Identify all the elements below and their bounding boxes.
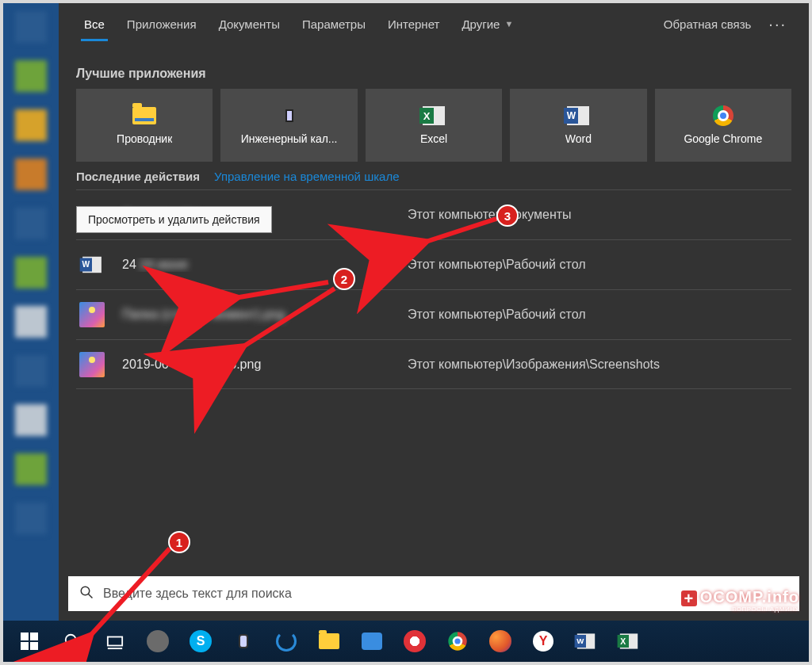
taskbar-word[interactable] <box>566 623 606 659</box>
timeline-manage-link[interactable]: Управление на временной шкале <box>214 170 399 183</box>
taskbar-app[interactable] <box>138 623 178 659</box>
task-view-icon <box>106 633 124 650</box>
svg-point-2 <box>66 635 76 645</box>
recent-item[interactable]: Папка (старый момент).png Этот компьютер… <box>76 289 791 339</box>
search-icon <box>63 633 81 650</box>
recent-item-path: Этот компьютер\Рабочий стол <box>408 308 791 322</box>
word-icon <box>76 255 108 274</box>
opera-icon <box>404 630 426 652</box>
recent-item[interactable]: 2019-06-29_125935.png Этот компьютер\Изо… <box>76 339 791 389</box>
recent-item-path: Этот компьютер\Рабочий стол <box>408 258 791 272</box>
task-view-button[interactable] <box>95 623 135 659</box>
svg-line-3 <box>75 644 79 648</box>
tile-label: Проводник <box>117 132 172 145</box>
tile-label: Excel <box>420 132 447 145</box>
svg-rect-4 <box>108 637 122 646</box>
search-placeholder: Введите здесь текст для поиска <box>103 587 292 601</box>
desktop-icons-column <box>11 11 51 614</box>
taskbar-yandex[interactable]: Y <box>523 623 563 659</box>
word-icon <box>565 105 592 126</box>
photo-icon <box>76 302 108 327</box>
taskbar-edge[interactable] <box>266 623 306 659</box>
search-tabs: Все Приложения Документы Параметры Интер… <box>59 3 809 44</box>
tab-documents[interactable]: Документы <box>208 3 291 44</box>
tab-apps[interactable]: Приложения <box>116 3 208 44</box>
taskbar-explorer[interactable] <box>309 623 349 659</box>
taskbar-excel[interactable] <box>609 623 649 659</box>
tab-all[interactable]: Все <box>73 3 116 44</box>
tile-word[interactable]: Word <box>510 89 646 162</box>
tile-label: Google Chrome <box>684 132 762 145</box>
tab-more-label: Другие <box>462 17 500 31</box>
chevron-down-icon: ▼ <box>504 19 513 29</box>
word-icon <box>575 630 597 652</box>
recent-item[interactable]: 2424 июня Этот компьютер\Рабочий стол <box>76 239 791 289</box>
store-icon <box>362 633 382 650</box>
tile-excel[interactable]: Excel <box>366 89 502 162</box>
taskbar-search-button[interactable] <box>52 623 92 659</box>
search-icon <box>79 585 94 602</box>
tab-more[interactable]: Другие ▼ <box>450 3 524 44</box>
tooltip-view-delete-actions: Просмотреть и удалить действия <box>76 206 272 233</box>
taskbar-store[interactable] <box>352 623 392 659</box>
app-icon <box>147 630 169 652</box>
calculator-icon <box>276 105 303 126</box>
svg-line-1 <box>88 594 92 598</box>
tab-settings[interactable]: Параметры <box>291 3 377 44</box>
best-apps-heading: Лучшие приложения <box>59 44 809 89</box>
chrome-icon <box>710 105 737 126</box>
chrome-icon <box>446 630 469 652</box>
taskbar-skype[interactable]: S <box>181 623 220 659</box>
watermark: +OCOMP.info ВОПРОСЫ АДМИНУ <box>681 589 799 613</box>
recent-header: Последние действия Управление на временн… <box>59 162 809 189</box>
svg-point-0 <box>81 587 90 595</box>
taskbar-opera[interactable] <box>395 623 435 659</box>
tile-label: Word <box>565 132 592 145</box>
taskbar-notepad[interactable] <box>224 623 263 659</box>
tile-label: Инженерный кал... <box>241 132 338 145</box>
windows-logo-icon <box>21 633 38 650</box>
excel-icon <box>420 105 447 126</box>
photo-icon <box>76 352 108 377</box>
tile-calculator[interactable]: Инженерный кал... <box>220 89 357 162</box>
recent-item-name: 2019-06-29_125935.png <box>122 357 408 372</box>
firefox-icon <box>489 630 511 652</box>
excel-icon <box>618 630 640 652</box>
recent-item-name: Папка (старый момент).png <box>122 308 408 322</box>
best-apps-tiles: Проводник Инженерный кал... Excel Word G… <box>59 89 809 162</box>
edge-icon <box>276 631 297 652</box>
explorer-icon <box>131 105 158 126</box>
more-options-button[interactable]: ··· <box>760 15 795 33</box>
watermark-text: OCOMP.info <box>700 588 799 606</box>
feedback-link[interactable]: Обратная связь <box>654 17 761 31</box>
taskbar: S Y <box>3 621 809 662</box>
yandex-icon: Y <box>533 631 553 652</box>
tile-chrome[interactable]: Google Chrome <box>655 89 791 162</box>
windows-search-panel: Все Приложения Документы Параметры Интер… <box>59 3 809 621</box>
explorer-icon <box>319 633 339 649</box>
recent-activities-label: Последние действия <box>76 170 200 183</box>
recent-item-path: Этот компьютер\Документы <box>408 208 791 222</box>
taskbar-firefox[interactable] <box>481 623 520 659</box>
notepad-icon <box>239 634 248 648</box>
tab-internet[interactable]: Интернет <box>377 3 450 44</box>
tile-explorer[interactable]: Проводник <box>76 89 213 162</box>
taskbar-chrome[interactable] <box>438 623 477 659</box>
recent-item-path: Этот компьютер\Изображения\Screenshots <box>408 357 791 372</box>
start-button[interactable] <box>10 623 49 659</box>
recent-item-name: 2424 июня <box>122 258 408 272</box>
skype-icon: S <box>190 630 212 652</box>
watermark-subtext: ВОПРОСЫ АДМИНУ <box>681 606 799 613</box>
